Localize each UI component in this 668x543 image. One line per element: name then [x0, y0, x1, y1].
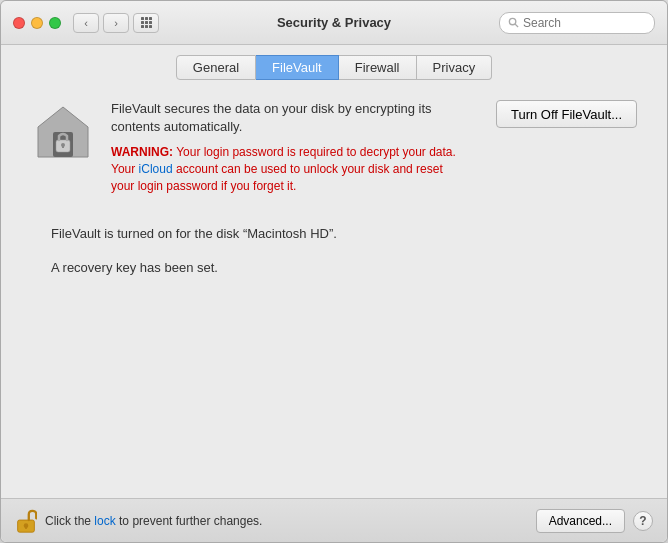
window-title: Security & Privacy: [277, 15, 391, 30]
filevault-info: FileVault secures the data on your disk …: [111, 100, 464, 195]
status-recovery-line: A recovery key has been set.: [51, 259, 637, 277]
warning-label: WARNING:: [111, 145, 173, 159]
icloud-link[interactable]: iCloud: [139, 162, 173, 176]
filevault-warning: WARNING: Your login password is required…: [111, 144, 464, 194]
search-icon: [508, 17, 519, 28]
click-lock-text: Click the lock to prevent further change…: [45, 514, 262, 528]
bottom-right: Advanced... ?: [536, 509, 653, 533]
svg-rect-9: [25, 525, 27, 528]
maximize-button[interactable]: [49, 17, 61, 29]
tab-general[interactable]: General: [176, 55, 256, 80]
main-content: FileVault secures the data on your disk …: [1, 80, 667, 498]
filevault-top-row: FileVault secures the data on your disk …: [31, 100, 637, 195]
svg-line-1: [515, 24, 518, 27]
turn-off-filevault-button[interactable]: Turn Off FileVault...: [496, 100, 637, 128]
advanced-button[interactable]: Advanced...: [536, 509, 625, 533]
bottom-bar: Click the lock to prevent further change…: [1, 498, 667, 542]
grid-button[interactable]: [133, 13, 159, 33]
minimize-button[interactable]: [31, 17, 43, 29]
titlebar: ‹ › Security & Privacy: [1, 1, 667, 45]
house-lock-icon: [33, 102, 93, 162]
search-input[interactable]: [523, 16, 646, 30]
tab-filevault[interactable]: FileVault: [256, 55, 339, 80]
grid-icon: [141, 17, 152, 28]
status-messages: FileVault is turned on for the disk “Mac…: [31, 225, 637, 293]
forward-button[interactable]: ›: [103, 13, 129, 33]
tabs-container: General FileVault Firewall Privacy: [1, 45, 667, 80]
help-button[interactable]: ?: [633, 511, 653, 531]
lock-container: Click the lock to prevent further change…: [15, 508, 262, 534]
search-box[interactable]: [499, 12, 655, 34]
filevault-icon: [31, 100, 95, 164]
padlock-icon[interactable]: [15, 508, 37, 534]
back-button[interactable]: ‹: [73, 13, 99, 33]
tab-privacy[interactable]: Privacy: [417, 55, 493, 80]
tab-firewall[interactable]: Firewall: [339, 55, 417, 80]
nav-buttons: ‹ ›: [73, 13, 129, 33]
filevault-description: FileVault secures the data on your disk …: [111, 100, 464, 136]
svg-point-0: [509, 18, 515, 24]
status-disk-line: FileVault is turned on for the disk “Mac…: [51, 225, 637, 243]
window: ‹ › Security & Privacy General FileVault…: [0, 0, 668, 543]
lock-link[interactable]: lock: [94, 514, 115, 528]
close-button[interactable]: [13, 17, 25, 29]
traffic-lights: [13, 17, 61, 29]
svg-rect-6: [62, 145, 64, 148]
